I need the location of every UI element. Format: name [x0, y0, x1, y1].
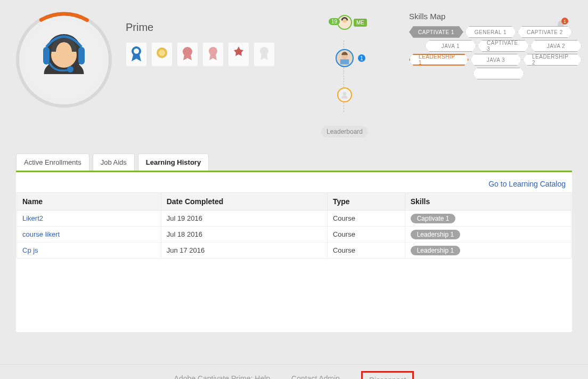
svg-point-11 — [209, 47, 217, 55]
footer: Adobe Captivate Prime: Help Contact Admi… — [0, 364, 588, 379]
col-header-type[interactable]: Type — [327, 193, 405, 211]
skill-pill[interactable]: Leadership 1 — [411, 246, 460, 255]
svg-point-13 — [260, 47, 268, 55]
cell-type: Course — [327, 227, 405, 243]
course-link[interactable]: Cp js — [22, 246, 38, 254]
profile-avatar[interactable] — [16, 12, 112, 108]
cell-type: Course — [327, 243, 405, 259]
svg-rect-16 — [340, 59, 349, 64]
table-row: Cp js Jun 17 2016 Course Leadership 1 — [17, 243, 571, 259]
emblem-icon — [181, 45, 194, 63]
badges-row — [126, 42, 285, 67]
course-link[interactable]: course likert — [22, 230, 60, 238]
skill-captivate-3[interactable]: CAPTIVATE 3 — [478, 40, 529, 52]
medal-icon — [155, 45, 169, 63]
badge-blue-ribbon[interactable] — [126, 42, 147, 67]
skill-general-1[interactable]: GENERAL 1 — [465, 26, 516, 38]
col-header-date[interactable]: Date Completed — [161, 193, 327, 211]
leaderboard-label[interactable]: Leaderboard — [321, 126, 368, 138]
skills-map-grid: CAPTIVATE 1 GENERAL 1 CAPTIVATE 2 JAVA 1… — [409, 26, 582, 79]
cell-date: Jul 18 2016 — [161, 227, 327, 243]
cell-date: Jul 19 2016 — [161, 211, 327, 227]
ribbon-icon — [206, 45, 220, 63]
go-to-catalog-link[interactable]: Go to Learning Catalog — [16, 180, 572, 192]
table-row: course likert Jul 18 2016 Course Leaders… — [17, 227, 571, 243]
avatar-progress-arc — [16, 12, 112, 108]
svg-point-7 — [134, 49, 139, 54]
skill-leadership-1[interactable]: LEADERSHIP 1 — [409, 54, 469, 66]
ribbon-icon — [129, 45, 143, 63]
profile-name: Prime — [126, 21, 285, 34]
skill-captivate-2[interactable]: CAPTIVATE 2 — [518, 26, 572, 38]
leaderboard-me-label: ME — [354, 19, 367, 27]
avatar-icon — [337, 87, 352, 102]
skill-java-1[interactable]: JAVA 1 — [425, 40, 476, 52]
course-link[interactable]: Likert2 — [22, 214, 43, 222]
notifications-count: 1 — [561, 18, 568, 25]
skill-java-3[interactable]: JAVA 3 — [470, 54, 521, 66]
col-header-skills[interactable]: Skills — [405, 193, 571, 211]
seal-icon — [232, 45, 246, 63]
avatar-icon — [336, 49, 354, 67]
leaderboard-me-points: 19 — [329, 18, 340, 25]
skill-java-2[interactable]: JAVA 2 — [530, 40, 582, 52]
cell-type: Course — [327, 211, 405, 227]
ribbon-icon — [257, 45, 271, 63]
badge-quality-seal[interactable] — [228, 42, 249, 67]
badge-locked[interactable] — [254, 42, 275, 67]
footer-disconnect-link[interactable]: Disconnect — [369, 376, 406, 379]
col-header-name[interactable]: Name — [17, 193, 161, 211]
skill-pill[interactable]: Leadership 1 — [411, 230, 460, 239]
tab-job-aids[interactable]: Job Aids — [93, 154, 135, 171]
cell-date: Jun 17 2016 — [161, 243, 327, 259]
skill-empty — [473, 68, 524, 79]
skill-pill[interactable]: Captivate 1 — [411, 214, 456, 223]
tab-learning-history[interactable]: Learning History — [138, 154, 209, 171]
table-row: Likert2 Jul 19 2016 Course Captivate 1 — [17, 211, 571, 227]
leaderboard-peer1-points: 1 — [358, 54, 365, 62]
badge-pink-ribbon[interactable] — [202, 42, 224, 67]
leaderboard-node-peer2[interactable] — [337, 87, 352, 102]
table-header-row: Name Date Completed Type Skills — [17, 193, 571, 211]
skill-leadership-2[interactable]: LEADERSHIP 2 — [523, 54, 582, 66]
svg-point-9 — [159, 50, 165, 56]
svg-marker-12 — [234, 46, 243, 56]
leaderboard-node-peer1[interactable]: 1 — [336, 49, 354, 67]
footer-help-link[interactable]: Adobe Captivate Prime: Help — [174, 374, 271, 379]
leaderboard-node-me[interactable]: 19 ME — [337, 15, 352, 30]
svg-point-5 — [16, 12, 112, 108]
badge-pink-emblem[interactable] — [177, 42, 198, 67]
skill-captivate-1[interactable]: CAPTIVATE 1 — [409, 26, 463, 38]
svg-point-17 — [343, 92, 347, 95]
learning-history-table: Name Date Completed Type Skills Likert2 … — [17, 192, 571, 259]
footer-contact-link[interactable]: Contact Admin — [291, 374, 340, 379]
tab-active-enrollments[interactable]: Active Enrollments — [16, 154, 89, 171]
badge-gold-medal[interactable] — [151, 42, 173, 67]
